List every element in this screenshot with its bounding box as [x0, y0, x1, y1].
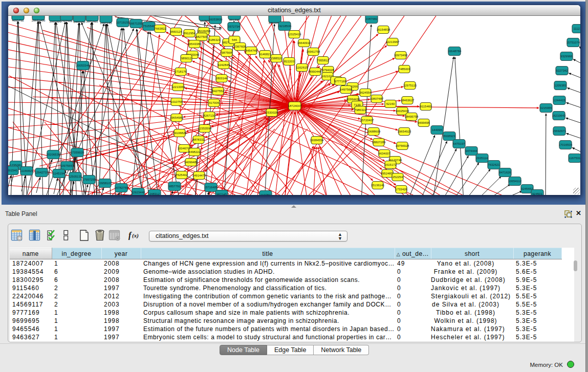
svg-text:2803144: 2803144	[215, 77, 228, 80]
svg-text:3624554: 3624554	[359, 91, 372, 94]
svg-text:15692971: 15692971	[553, 129, 567, 133]
svg-text:1733426: 1733426	[395, 188, 407, 191]
svg-text:9857791: 9857791	[168, 185, 181, 188]
svg-text:1588520: 1588520	[270, 57, 282, 60]
svg-text:6497568: 6497568	[340, 88, 352, 91]
svg-text:1162615: 1162615	[296, 66, 309, 69]
svg-text:3572734: 3572734	[228, 25, 240, 28]
svg-text:144095: 144095	[432, 128, 443, 132]
svg-text:19106825: 19106825	[173, 132, 187, 135]
svg-text:2935114: 2935114	[476, 157, 489, 160]
svg-text:14914479: 14914479	[192, 174, 206, 177]
svg-text:1667135: 1667135	[100, 21, 112, 25]
svg-text:248312: 248312	[149, 192, 160, 195]
svg-text:1065326: 1065326	[49, 20, 61, 23]
svg-text:16053809: 16053809	[209, 18, 223, 21]
svg-text:4498222: 4498222	[188, 150, 201, 154]
svg-text:f: f	[128, 231, 132, 240]
svg-text:9634007: 9634007	[378, 152, 390, 155]
svg-text:(x): (x)	[132, 232, 139, 239]
svg-text:546: 546	[232, 38, 237, 41]
svg-text:1071915: 1071915	[86, 20, 98, 23]
svg-text:1244415: 1244415	[553, 99, 565, 102]
svg-text:9242845: 9242845	[217, 63, 230, 67]
svg-text:14099489: 14099489	[184, 161, 198, 164]
svg-text:20691406: 20691406	[32, 19, 46, 22]
svg-text:16543382: 16543382	[188, 42, 202, 46]
svg-text:9794028: 9794028	[322, 69, 334, 72]
svg-text:12213967: 12213967	[386, 40, 400, 43]
svg-text:12942737: 12942737	[35, 171, 49, 174]
svg-text:17957255: 17957255	[82, 178, 96, 181]
svg-text:10719155: 10719155	[116, 21, 130, 24]
svg-text:2367608: 2367608	[234, 45, 246, 48]
svg-text:8471626: 8471626	[499, 171, 511, 174]
svg-text:1209383: 1209383	[554, 84, 567, 87]
svg-text:9777169: 9777169	[334, 80, 346, 83]
svg-text:18463627: 18463627	[401, 99, 415, 102]
svg-text:9245652: 9245652	[521, 187, 533, 190]
svg-text:2718176: 2718176	[175, 70, 187, 73]
svg-text:1615172: 1615172	[384, 163, 397, 166]
svg-text:12923448: 12923448	[132, 191, 145, 194]
svg-text:7632621: 7632621	[488, 163, 500, 166]
svg-text:4055712: 4055712	[12, 19, 24, 22]
svg-text:7663822: 7663822	[154, 27, 166, 30]
svg-text:10688609: 10688609	[367, 130, 381, 133]
svg-text:8990448: 8990448	[309, 70, 321, 73]
svg-text:18724007: 18724007	[288, 104, 302, 107]
svg-text:10025433: 10025433	[396, 110, 409, 113]
svg-text:9146821: 9146821	[259, 53, 271, 56]
svg-text:9699695: 9699695	[418, 121, 430, 124]
svg-text:822203: 822203	[284, 60, 295, 63]
svg-text:3215955: 3215955	[540, 106, 552, 110]
svg-text:8427552: 8427552	[212, 90, 224, 93]
svg-text:12353594: 12353594	[198, 127, 212, 130]
svg-text:17359928: 17359928	[71, 151, 84, 154]
svg-text:17016504: 17016504	[559, 143, 573, 146]
svg-text:8938923: 8938923	[443, 135, 455, 138]
svg-text:16210643: 16210643	[552, 114, 566, 117]
svg-text:7986322: 7986322	[354, 108, 366, 112]
svg-text:417006: 417006	[209, 101, 220, 104]
svg-text:12213369: 12213369	[171, 85, 185, 89]
svg-text:20206536: 20206536	[47, 153, 60, 156]
svg-text:8186323: 8186323	[208, 38, 221, 41]
svg-text:9827509: 9827509	[195, 35, 208, 38]
svg-text:111213: 111213	[573, 27, 580, 30]
svg-text:10973493: 10973493	[394, 54, 408, 57]
svg-text:16640910: 16640910	[297, 41, 311, 45]
svg-text:9227342: 9227342	[556, 69, 568, 72]
svg-text:9115460: 9115460	[420, 105, 432, 108]
svg-text:10807487: 10807487	[370, 97, 384, 100]
svg-text:989012: 989012	[181, 57, 192, 60]
svg-text:9474444: 9474444	[465, 149, 477, 152]
svg-text:7515546: 7515546	[143, 25, 155, 28]
svg-text:12975115: 12975115	[403, 84, 417, 87]
svg-text:2530028: 2530028	[266, 111, 278, 114]
svg-text:391540: 391540	[8, 169, 18, 172]
svg-text:10975657: 10975657	[60, 164, 74, 167]
svg-text:12505135: 12505135	[69, 175, 82, 178]
svg-text:19218506: 19218506	[278, 25, 292, 28]
svg-text:13958107: 13958107	[98, 182, 112, 185]
svg-text:119384: 119384	[260, 193, 271, 195]
svg-text:18495758: 18495758	[405, 115, 419, 118]
svg-text:1145194: 1145194	[53, 172, 66, 175]
svg-text:16671355: 16671355	[129, 22, 143, 25]
svg-text:16782759: 16782759	[115, 186, 128, 189]
svg-text:18807289: 18807289	[372, 141, 386, 144]
svg-text:1010755: 1010755	[170, 100, 183, 103]
svg-text:16154838: 16154838	[377, 28, 390, 31]
svg-text:15751074: 15751074	[567, 41, 580, 44]
svg-text:6479197: 6479197	[453, 142, 465, 145]
svg-text:11156829: 11156829	[20, 169, 33, 172]
svg-text:16961758: 16961758	[307, 50, 320, 53]
svg-text:8878332: 8878332	[192, 138, 205, 141]
svg-text:8267130: 8267130	[203, 114, 215, 117]
svg-text:19654983: 19654983	[170, 116, 184, 119]
svg-text:982145: 982145	[216, 193, 227, 195]
svg-text:15716485: 15716485	[204, 186, 218, 189]
svg-text:7955812: 7955812	[317, 59, 329, 62]
svg-text:20053346: 20053346	[76, 64, 90, 67]
